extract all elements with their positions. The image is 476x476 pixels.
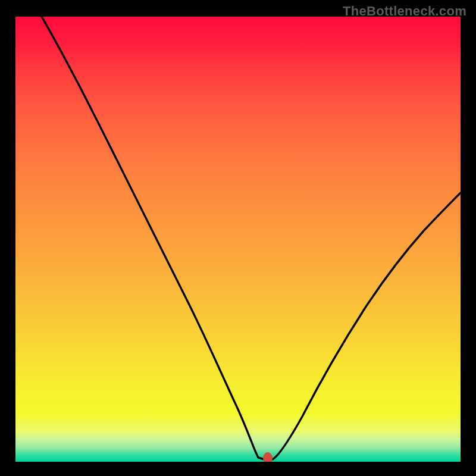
bottleneck-curve — [42, 17, 461, 459]
chart-frame: { "watermark": "TheBottleneck.com", "col… — [0, 0, 476, 476]
chart-svg — [15, 17, 461, 462]
plot-area — [15, 17, 461, 462]
optimum-marker — [263, 452, 273, 462]
